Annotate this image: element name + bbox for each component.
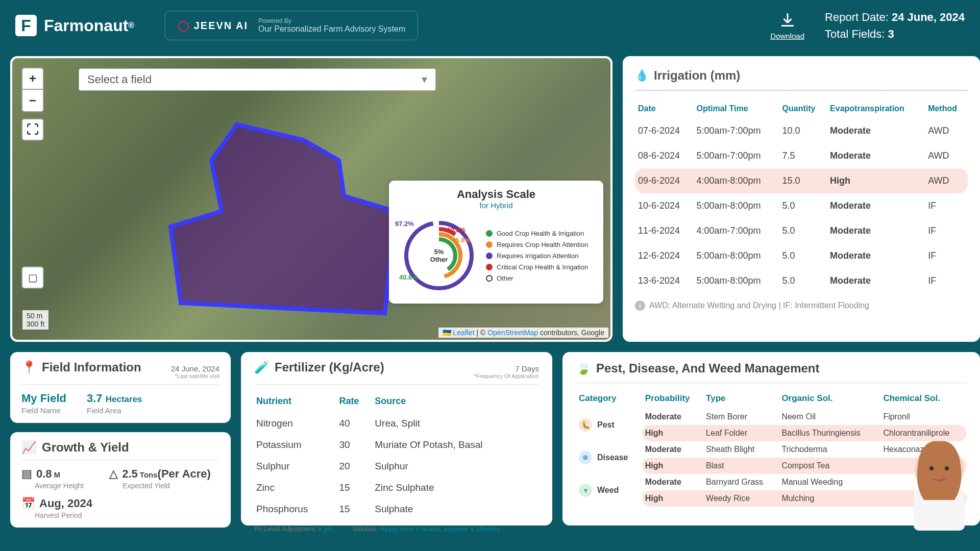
irrigation-row: 13-6-20245:00am-8:00pm5.0ModerateIF [635, 268, 968, 293]
download-icon [778, 11, 797, 30]
analysis-subtitle: for Hybrid [398, 201, 594, 210]
svg-point-8 [945, 466, 949, 470]
field-info-title: Field Information [42, 360, 171, 374]
irrigation-row: 12-6-20245:00am-8:00pm5.0ModerateIF [635, 243, 968, 268]
field-select-dropdown[interactable]: Select a field ▾ [79, 68, 436, 91]
svg-point-7 [929, 466, 934, 470]
measure-tool-button[interactable]: ▢ [21, 266, 44, 289]
analysis-scale-card: Analysis Scale for Hybrid 5%Other 97.2% … [389, 181, 603, 304]
osm-link[interactable]: OpenStreetMap [487, 329, 538, 337]
map-attribution: 🇺🇦 Leaflet | © OpenStreetMap contributor… [438, 328, 608, 338]
irrigation-note: i AWD: Alternate Wetting and Drying | IF… [635, 300, 968, 311]
field-info-card: 📍 Field Information 24 June, 2024*Last s… [10, 352, 231, 423]
field-select-placeholder: Select a field [87, 73, 152, 86]
pest-col: Chemical Sol. [880, 388, 967, 409]
assistant-avatar [893, 423, 980, 531]
calendar-icon: 📅 [21, 497, 35, 510]
legend-item: Other [486, 274, 594, 282]
fertilizer-card: 🧪 Fertilizer (Kg/Acre) 7 Days*Frequency … [241, 352, 552, 525]
fertilizer-icon: 🧪 [254, 360, 270, 374]
legend-item: Requires Crop Health Attention [486, 241, 594, 248]
height-icon: ▤ [21, 467, 32, 481]
irrigation-col: Date [635, 99, 693, 118]
pest-col: Category [576, 388, 642, 409]
growth-icon: 📈 [21, 440, 37, 455]
fertilizer-row: Sulphur20Sulphur [254, 456, 539, 477]
irrigation-row: 07-6-20245:00am-7:00pm10.0ModerateAWD [635, 118, 968, 143]
yield-icon: △ [109, 467, 118, 481]
irrigation-icon: 💧 [635, 69, 649, 82]
growth-title: Growth & Yield [42, 440, 219, 455]
map-scale: 50 m 300 ft [21, 310, 50, 331]
header: F Farmonaut® ◯ JEEVN AI Powered By Our P… [0, 0, 980, 51]
fullscreen-button[interactable]: ⛶ [21, 118, 44, 141]
fertilizer-row: Potassium30Muriate Of Potash, Basal [254, 434, 539, 456]
brand-logo: F Farmonaut® [15, 15, 134, 36]
pest-col: Probability [642, 388, 703, 409]
map-panel[interactable]: + − ⛶ Select a field ▾ ▢ 50 m 300 ft 🇺🇦 … [10, 56, 612, 342]
svg-marker-0 [170, 124, 395, 313]
info-icon: i [635, 300, 645, 311]
download-button[interactable]: Download [770, 11, 804, 40]
registered-mark: ® [128, 21, 134, 30]
zoom-out-button[interactable]: − [21, 90, 44, 112]
fertilizer-row: Phosphorus15Sulphate [254, 498, 539, 520]
legend-item: Requires Irrigation Attention [486, 252, 594, 260]
pest-title: Pest, Disease, And Weed Management [596, 361, 819, 375]
fertilizer-row: Nitrogen40Urea, Split [254, 413, 539, 434]
jeevn-box: ◯ JEEVN AI Powered By Our Personalized F… [165, 11, 418, 40]
zoom-in-button[interactable]: + [21, 67, 44, 90]
irrigation-row: 08-6-20245:00am-7:00pm7.5ModerateAWD [635, 143, 968, 168]
pest-icon: 🍃 [576, 361, 591, 375]
irrigation-col: Optimal Time [693, 99, 779, 118]
fertilizer-col: Nutrient [254, 390, 337, 413]
jeevn-tagline: Powered By Our Personalized Farm Advisor… [258, 17, 405, 34]
jeevn-logo: ◯ JEEVN AI [178, 19, 248, 32]
field-name-value: My Field [21, 392, 66, 405]
fertilizer-row: Zinc15Zinc Sulphate [254, 477, 539, 498]
growth-yield-card: 📈 Growth & Yield ▤0.8 M Average Height △… [10, 432, 231, 528]
irrigation-card: 💧Irrigation (mm) DateOptimal TimeQuantit… [623, 56, 980, 342]
analysis-legend: Good Crop Health & IrrigationRequires Cr… [486, 226, 594, 286]
report-meta: Report Date: 24 June, 2024 Total Fields:… [825, 9, 965, 42]
legend-item: Critical Crop Health & Irrigation [486, 263, 594, 271]
leaflet-link[interactable]: Leaflet [453, 329, 475, 337]
irrigation-row: 10-6-20245:00am-8:00pm5.0ModerateIF [635, 193, 968, 218]
analysis-donut: 5%Other 97.2% 10.5% 45.8% 40.8% [398, 215, 480, 296]
irrigation-col: Evapotranspiration [827, 99, 925, 118]
irrigation-col: Method [925, 99, 968, 118]
field-icon: 📍 [21, 360, 37, 374]
brand-name: Farmonaut [44, 16, 128, 35]
field-polygon [160, 109, 395, 323]
fertilizer-title: Fertilizer (Kg/Acre) [275, 360, 474, 374]
irrigation-row: 09-6-20244:00am-8:00pm15.0HighAWD [635, 168, 968, 193]
fertilizer-col: Source [373, 390, 539, 413]
brand-icon: F [15, 15, 37, 36]
fertilizer-col: Rate [337, 390, 373, 413]
pest-col: Type [703, 388, 778, 409]
irrigation-col: Quantity [779, 99, 827, 118]
fertilizer-table: NutrientRateSource Nitrogen40Urea, Split… [254, 390, 539, 520]
irrigation-table: DateOptimal TimeQuantityEvapotranspirati… [635, 99, 968, 293]
analysis-title: Analysis Scale [398, 188, 594, 201]
chevron-down-icon: ▾ [422, 73, 427, 86]
irrigation-title: Irrigation (mm) [654, 68, 740, 83]
irrigation-row: 11-6-20244:00am-7:00pm5.0ModerateIF [635, 218, 968, 243]
legend-item: Good Crop Health & Irrigation [486, 230, 594, 237]
pest-row: 🐛PestModerateStem BorerNeem OilFipronil [576, 409, 967, 425]
pest-col: Organic Sol. [778, 388, 880, 409]
pest-management-card: 🍃Pest, Disease, And Weed Management Cate… [562, 352, 980, 525]
